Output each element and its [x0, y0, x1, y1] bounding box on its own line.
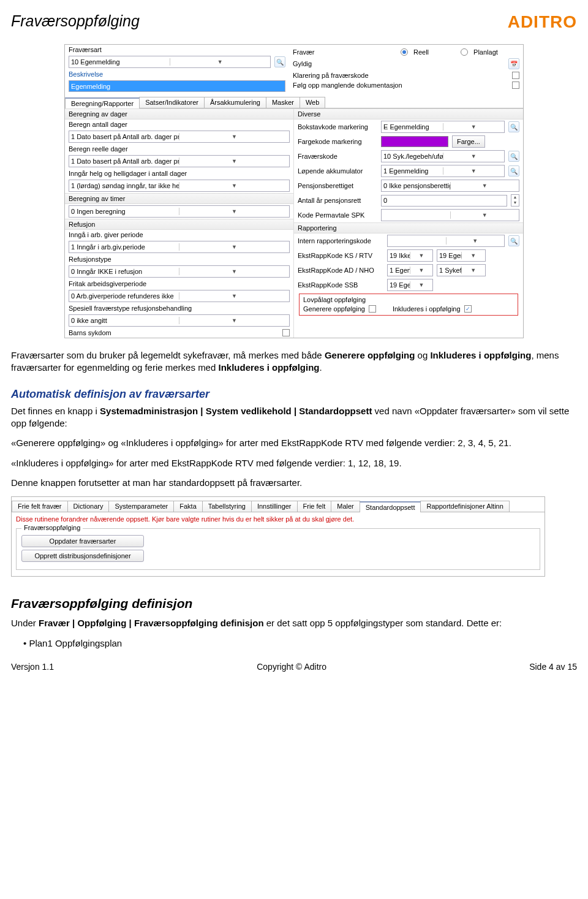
combo-arbgiver[interactable]: 1 Inngår i arb.giv.periode▼ [69, 241, 290, 253]
combo-lopende[interactable]: 1 Egenmelding▼ [381, 165, 505, 177]
label-beskrivelse: Beskrivelse [69, 70, 103, 78]
tab-rapportdef[interactable]: Rapportdefinisjoner Altinn [420, 501, 509, 512]
tab-frie-felt[interactable]: Frie felt [297, 501, 332, 512]
footer-page: Side 4 av 15 [529, 662, 577, 672]
search-icon[interactable]: 🔍 [508, 235, 519, 246]
heading-automatisk: Automatisk definisjon av fraværsarter [11, 387, 577, 401]
combo-fravaerskode[interactable]: 10 Syk./legebeh/ufør▼ [381, 150, 505, 162]
paragraph: «Inkluderes i oppfølging» for arter med … [11, 457, 577, 469]
page-title: Fraværsoppfølging [11, 12, 140, 30]
combo-spk[interactable]: ▼ [381, 209, 519, 221]
tab-web[interactable]: Web [300, 97, 325, 108]
combo-ssb[interactable]: 19 Egenm▼ [387, 279, 433, 291]
combo-fritak[interactable]: 0 Arb.giverperiode refunderes ikke▼ [69, 290, 290, 302]
label-klarering: Klarering på fraværskode [293, 72, 508, 79]
footer-version: Versjon 1.1 [11, 662, 54, 672]
combo-beregn-antall[interactable]: 1 Dato basert på Antall arb. dager pr. u… [69, 131, 290, 143]
combo-bokstavkode[interactable]: E Egenmelding▼ [381, 121, 505, 133]
oppdater-fravaersarter-button[interactable]: Oppdater fraværsarter [21, 535, 144, 547]
calendar-icon[interactable]: 📅 [508, 58, 519, 69]
check-generere[interactable] [369, 305, 376, 313]
tabs-form: Beregning/Rapporter Satser/Indikatorer Å… [65, 97, 523, 108]
radio-planlagt[interactable] [461, 48, 468, 56]
page-footer: Versjon 1.1 Copyright © Aditro Side 4 av… [11, 662, 577, 672]
combo-ad[interactable]: 1 Egenme▼ [387, 264, 433, 276]
section-refusjon: Refusjon [65, 219, 293, 230]
check-barns-sykdom[interactable] [282, 329, 290, 336]
tab-satser[interactable]: Satser/Indikatorer [139, 97, 205, 108]
paragraph: Denne knappen forutsetter at man har sta… [11, 477, 577, 489]
combo-pensjon[interactable]: 0 Ikke pensjonsberettiget▼ [381, 180, 519, 192]
warning-text: Disse rutinene forandrer nåværende oppse… [12, 512, 545, 526]
section-diverse: Diverse [294, 108, 523, 119]
heading-definisjon: Fraværsoppfølging definisjon [11, 595, 577, 612]
paragraph: Det finnes en knapp i Systemadministrasj… [11, 405, 577, 430]
check-klarering[interactable] [512, 72, 519, 79]
section-rapportering: Rapportering [294, 222, 523, 233]
section-beregning-dager: Beregning av dager [65, 108, 293, 119]
paragraph: Under Fravær | Oppfølging | Fraværsoppfø… [11, 617, 577, 629]
legend: Fraværsoppfølging [21, 524, 83, 531]
screenshot-fravaersart-form: Fraværsart 10 Egenmelding▼ 🔍 Beskrivelse… [64, 44, 524, 338]
label-folg-opp: Følg opp manglende dokumentasjon [293, 82, 508, 89]
combo-spesiell[interactable]: 0 ikke angitt▼ [69, 314, 290, 327]
combo-rtv[interactable]: 19 Egenme▼ [437, 249, 486, 262]
tab-beregning[interactable]: Beregning/Rapporter [65, 97, 140, 108]
input-beskrivelse[interactable] [69, 80, 285, 92]
screenshot-standardoppsett: Frie felt fravær Dictionary Systemparame… [11, 496, 545, 577]
combo-fravaersart[interactable]: 10 Egenmelding▼ [69, 56, 271, 68]
list-item: Plan1 Oppfølgingsplan [23, 637, 577, 650]
combo-timer[interactable]: 0 Ingen beregning▼ [69, 205, 290, 218]
tab-innstillinger[interactable]: Innstillinger [251, 501, 298, 512]
search-icon[interactable]: 🔍 [508, 165, 519, 176]
tab-tabellstyring[interactable]: Tabellstyring [202, 501, 252, 512]
combo-nho[interactable]: 1 Sykefrav▼ [437, 264, 486, 276]
search-icon[interactable]: 🔍 [274, 56, 285, 67]
chevron-down-icon: ▼ [170, 58, 271, 66]
farge-button[interactable]: Farge... [452, 135, 485, 148]
check-folg-opp[interactable] [512, 82, 519, 89]
radio-reell[interactable] [401, 48, 408, 56]
highlighted-section: Lovpålagt oppfølging Generere oppfølging… [299, 294, 518, 316]
label-gyldig: Gyldig [293, 60, 397, 67]
paragraph: Fraværsarter som du bruker på legemeldt … [11, 349, 577, 374]
label-fravaersart: Fraværsart [69, 46, 102, 53]
tab-masker[interactable]: Masker [266, 97, 300, 108]
combo-intern[interactable]: ▼ [387, 235, 505, 247]
tab-standardoppsett[interactable]: Standardoppsett [360, 501, 421, 512]
tab-frie-felt-fravaer[interactable]: Frie felt fravær [12, 501, 68, 512]
combo-refusjonstype[interactable]: 0 Inngår IKKE i refusjon▼ [69, 265, 290, 278]
opprett-distribusjon-button[interactable]: Opprett distribusjonsdefinisjoner [21, 550, 144, 562]
section-lovpalagt: Lovpålagt oppfølging [302, 295, 515, 304]
footer-copyright: Copyright © Aditro [257, 662, 326, 672]
tabs-sysadmin: Frie felt fravær Dictionary Systemparame… [12, 501, 545, 512]
search-icon[interactable]: 🔍 [508, 121, 519, 132]
search-icon[interactable]: 🔍 [508, 151, 519, 162]
logo: ADITRO [508, 12, 577, 32]
combo-helg[interactable]: 1 (lørdag) søndag inngår, tar ikke hensy… [69, 180, 290, 192]
input-antall-ar[interactable] [381, 195, 507, 207]
tab-arsakkum[interactable]: Årsakkumulering [204, 97, 266, 108]
color-swatch [381, 136, 448, 147]
check-inkluderes[interactable]: ✓ [464, 305, 472, 313]
combo-ks[interactable]: 19 Ikke i b▼ [387, 249, 433, 262]
label-fravaer: Fravær [293, 48, 397, 56]
tab-systemparameter[interactable]: Systemparameter [108, 501, 174, 512]
section-beregning-timer: Beregning av timer [65, 193, 293, 204]
spinner[interactable]: ▲▼ [511, 194, 519, 207]
tab-maler[interactable]: Maler [331, 501, 360, 512]
tab-dictionary[interactable]: Dictionary [67, 501, 110, 512]
fieldset-fravaersoppfolging: Fraværsoppfølging Oppdater fraværsarter … [16, 528, 540, 570]
tab-fakta[interactable]: Fakta [173, 501, 203, 512]
combo-beregn-reelle[interactable]: 1 Dato basert på Antall arb. dager pr. u… [69, 155, 290, 167]
paragraph: «Generere oppfølging» og «Inkluderes i o… [11, 437, 577, 449]
